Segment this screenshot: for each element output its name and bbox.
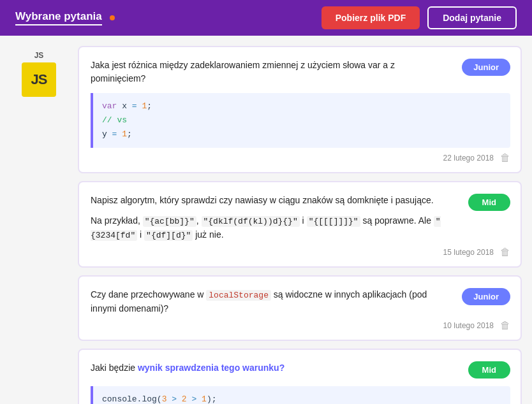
code-line-1: console.log(3 > 2 > 1); (102, 393, 501, 404)
card-4-q-prefix: Jaki będzie (91, 363, 138, 373)
card-1-question: Jaka jest różnica między zadeklarowaniem… (91, 59, 452, 85)
card-2-example-1: "{ac[bb]}" (143, 216, 196, 227)
header-dot-indicator (110, 15, 115, 20)
code-line-2: // vs (102, 113, 501, 127)
card-2-date: 15 lutego 2018 (443, 248, 494, 257)
card-2-desc-2: Na przykład, "{ac[bb]}", "{dklf(df(kl))d… (91, 214, 458, 242)
card-3-badge: Junior (462, 288, 510, 305)
card-3-question: Czy dane przechowywane w localStorage są… (91, 288, 452, 315)
card-2-badge: Mid (468, 194, 510, 211)
card-4-badge: Mid (468, 361, 510, 379)
card-4-header: Jaki będzie wynik sprawdzenia tego warun… (91, 361, 510, 379)
code-line-3: y = 1; (102, 127, 501, 141)
card-3-q-code: localStorage (206, 290, 271, 301)
card-2-desc-1: Napisz algorytm, który sprawdzi czy nawi… (91, 194, 458, 208)
questions-list: Jaka jest różnica między zadeklarowaniem… (78, 46, 522, 404)
card-1-question-text: Jaka jest różnica między zadeklarowaniem… (91, 60, 395, 83)
card-2-header: Napisz algorytm, który sprawdzi czy nawi… (91, 194, 510, 242)
code-line-1: var x = 1; (102, 99, 501, 113)
js-icon: JS (22, 62, 56, 97)
delete-card-1-icon[interactable]: 🗑 (500, 153, 510, 163)
header-buttons: Pobierz plik PDF Dodaj pytanie (321, 6, 517, 29)
card-4-code-block: console.log(3 > 2 > 1); (91, 386, 510, 404)
card-3-q-prefix: Czy dane przechowywane w (91, 289, 206, 299)
card-4-q-highlight: wynik sprawdzenia tego warunku? (138, 363, 284, 373)
download-pdf-button[interactable]: Pobierz plik PDF (321, 6, 420, 29)
card-1-meta: 22 lutego 2018 🗑 (91, 153, 510, 163)
card-1-header: Jaka jest różnica między zadeklarowaniem… (91, 59, 510, 85)
card-3-date: 10 lutego 2018 (443, 321, 494, 330)
card-4-question: Jaki będzie wynik sprawdzenia tego warun… (91, 361, 458, 375)
card-3-meta: 10 lutego 2018 🗑 (91, 321, 510, 331)
question-card-4: Jaki będzie wynik sprawdzenia tego warun… (78, 349, 522, 404)
question-card-1: Jaka jest różnica między zadeklarowaniem… (78, 46, 522, 173)
card-2-meta: 15 lutego 2018 🗑 (91, 247, 510, 257)
card-2-question: Napisz algorytm, który sprawdzi czy nawi… (91, 194, 458, 242)
card-2-example-2: "{dklf(df(kl))d}{}" (202, 216, 300, 227)
card-2-example-5: "{df][d}" (144, 230, 193, 241)
sidebar: JS JS (10, 46, 68, 404)
add-question-button[interactable]: Dodaj pytanie (427, 6, 517, 29)
card-2-example-3: "{[[[]]]}" (307, 216, 360, 227)
sidebar-lang-label: JS (34, 51, 44, 60)
question-card-2: Napisz algorytm, który sprawdzi czy nawi… (78, 181, 522, 268)
delete-card-2-icon[interactable]: 🗑 (500, 247, 510, 257)
header-title: Wybrane pytania (15, 10, 102, 25)
card-1-code-block: var x = 1; // vs y = 1; (91, 93, 510, 148)
js-icon-text: JS (31, 71, 47, 88)
header: Wybrane pytania Pobierz plik PDF Dodaj p… (0, 0, 532, 36)
question-card-3: Czy dane przechowywane w localStorage są… (78, 275, 522, 341)
code-keyword: var (102, 101, 122, 111)
card-1-date: 22 lutego 2018 (443, 154, 494, 162)
header-title-group: Wybrane pytania (15, 10, 115, 25)
card-3-header: Czy dane przechowywane w localStorage są… (91, 288, 510, 315)
card-1-badge: Junior (462, 59, 510, 76)
main-content: JS JS Jaka jest różnica między zadeklaro… (0, 36, 532, 404)
delete-card-3-icon[interactable]: 🗑 (500, 321, 510, 331)
